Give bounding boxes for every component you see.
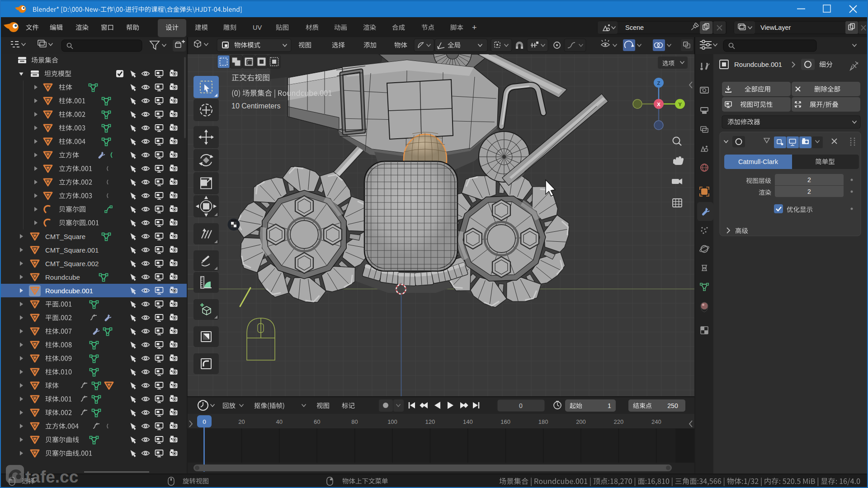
svg-text:0: 0 [519, 402, 523, 409]
svg-text:200: 200 [576, 418, 586, 425]
svg-text:250: 250 [667, 402, 678, 409]
svg-text:tafe.cc: tafe.cc [25, 468, 78, 486]
svg-text:40: 40 [276, 418, 283, 425]
svg-text:80: 80 [351, 418, 358, 425]
svg-text:Roundcube.001: Roundcube.001 [734, 61, 782, 68]
svg-text:240: 240 [651, 418, 661, 425]
svg-text:Roundcube: Roundcube [45, 273, 80, 281]
svg-text:0: 0 [203, 418, 206, 425]
svg-text:160: 160 [500, 418, 510, 425]
svg-text:180: 180 [538, 418, 548, 425]
svg-text:10 Centimeters: 10 Centimeters [231, 102, 281, 110]
svg-text:CMT_Square.002: CMT_Square.002 [45, 260, 99, 267]
svg-text:Scene: Scene [625, 24, 644, 31]
svg-text:20: 20 [238, 418, 245, 425]
svg-text:Z: Z [657, 80, 660, 86]
svg-text:+: + [472, 23, 477, 32]
svg-text:ViewLayer: ViewLayer [760, 24, 791, 31]
svg-text:X: X [657, 102, 660, 107]
svg-text:UV: UV [253, 24, 262, 31]
svg-text:140: 140 [463, 418, 473, 425]
svg-text:2: 2 [807, 176, 811, 183]
svg-text:120: 120 [425, 418, 435, 425]
svg-text:60: 60 [314, 418, 320, 425]
svg-text:100: 100 [387, 418, 397, 425]
svg-text:220: 220 [614, 418, 624, 425]
svg-text:1: 1 [608, 402, 611, 409]
svg-text:Roundcube.001: Roundcube.001 [45, 287, 93, 295]
svg-text:Catmull-Clark: Catmull-Clark [738, 158, 778, 165]
svg-text:Y: Y [678, 102, 682, 107]
svg-text:CMT_Square: CMT_Square [45, 233, 85, 240]
svg-text:CMT_Square.001: CMT_Square.001 [45, 246, 99, 254]
svg-text:2: 2 [807, 188, 811, 195]
